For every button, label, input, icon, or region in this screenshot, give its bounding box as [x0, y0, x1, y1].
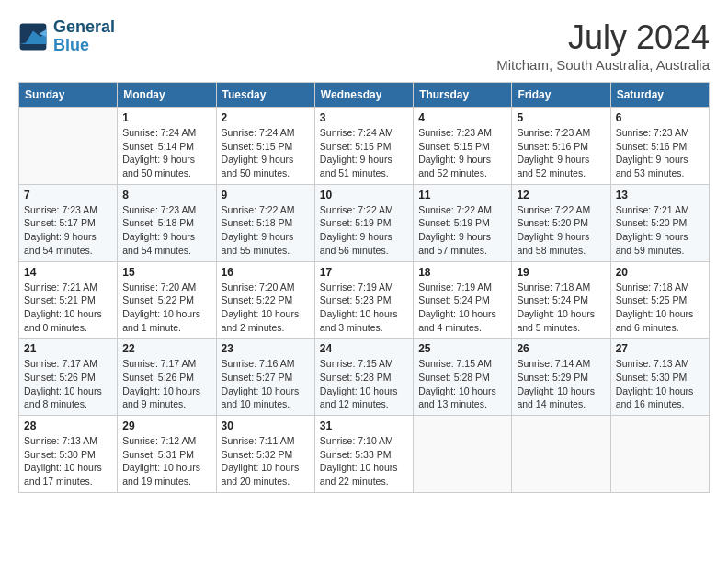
day-detail: Sunrise: 7:23 AMSunset: 5:18 PMDaylight:…: [122, 203, 210, 258]
day-detail: Sunrise: 7:11 AMSunset: 5:32 PMDaylight:…: [222, 434, 310, 488]
month-year: July 2024: [496, 18, 710, 57]
day-detail: Sunrise: 7:24 AMSunset: 5:15 PMDaylight:…: [320, 126, 408, 180]
day-detail: Sunrise: 7:15 AMSunset: 5:28 PMDaylight:…: [418, 357, 506, 411]
day-header-sunday: Sunday: [19, 83, 118, 108]
calendar-cell: [414, 416, 512, 493]
day-number: 8: [122, 189, 210, 201]
day-number: 18: [418, 266, 506, 279]
day-number: 17: [320, 266, 408, 279]
day-detail: Sunrise: 7:10 AMSunset: 5:33 PMDaylight:…: [320, 434, 408, 488]
day-number: 13: [616, 189, 704, 201]
calendar-cell: [19, 108, 118, 185]
day-number: 29: [122, 419, 210, 432]
calendar-cell: 5Sunrise: 7:23 AMSunset: 5:16 PMDaylight…: [512, 108, 610, 185]
day-detail: Sunrise: 7:16 AMSunset: 5:27 PMDaylight:…: [222, 357, 310, 411]
day-number: 26: [517, 342, 605, 355]
calendar-cell: 31Sunrise: 7:10 AMSunset: 5:33 PMDayligh…: [314, 416, 413, 493]
day-number: 1: [122, 111, 210, 124]
day-detail: Sunrise: 7:21 AMSunset: 5:21 PMDaylight:…: [24, 281, 112, 335]
calendar-cell: 28Sunrise: 7:13 AMSunset: 5:30 PMDayligh…: [19, 416, 118, 493]
calendar-cell: 1Sunrise: 7:24 AMSunset: 5:14 PMDaylight…: [118, 108, 216, 185]
logo-line1: General: [53, 18, 115, 37]
day-number: 21: [24, 342, 112, 355]
day-detail: Sunrise: 7:18 AMSunset: 5:25 PMDaylight:…: [616, 281, 704, 335]
day-number: 19: [517, 266, 605, 279]
calendar-cell: 6Sunrise: 7:23 AMSunset: 5:16 PMDaylight…: [610, 108, 709, 185]
day-header-thursday: Thursday: [414, 83, 512, 108]
day-header-wednesday: Wednesday: [314, 83, 413, 108]
calendar-cell: 21Sunrise: 7:17 AMSunset: 5:26 PMDayligh…: [19, 339, 118, 416]
calendar-cell: 29Sunrise: 7:12 AMSunset: 5:31 PMDayligh…: [118, 416, 216, 493]
calendar-week-row: 21Sunrise: 7:17 AMSunset: 5:26 PMDayligh…: [19, 339, 710, 416]
day-number: 15: [122, 266, 210, 279]
calendar-cell: 4Sunrise: 7:23 AMSunset: 5:15 PMDaylight…: [414, 108, 512, 185]
calendar-cell: 30Sunrise: 7:11 AMSunset: 5:32 PMDayligh…: [216, 416, 314, 493]
day-detail: Sunrise: 7:21 AMSunset: 5:20 PMDaylight:…: [616, 203, 704, 258]
day-number: 7: [24, 189, 112, 201]
calendar-cell: 27Sunrise: 7:13 AMSunset: 5:30 PMDayligh…: [610, 339, 709, 416]
day-detail: Sunrise: 7:18 AMSunset: 5:24 PMDaylight:…: [517, 281, 605, 335]
day-detail: Sunrise: 7:19 AMSunset: 5:24 PMDaylight:…: [418, 281, 506, 335]
page-header: General Blue July 2024 Mitcham, South Au…: [18, 18, 710, 73]
calendar-cell: 3Sunrise: 7:24 AMSunset: 5:15 PMDaylight…: [314, 108, 413, 185]
day-number: 28: [24, 419, 112, 432]
calendar-week-row: 1Sunrise: 7:24 AMSunset: 5:14 PMDaylight…: [19, 108, 710, 185]
title-block: July 2024 Mitcham, South Australia, Aust…: [496, 18, 710, 73]
calendar-cell: 22Sunrise: 7:17 AMSunset: 5:26 PMDayligh…: [118, 339, 216, 416]
day-number: 30: [222, 419, 310, 432]
day-header-monday: Monday: [118, 83, 216, 108]
day-number: 6: [616, 111, 704, 124]
logo-icon: [18, 22, 48, 52]
day-detail: Sunrise: 7:13 AMSunset: 5:30 PMDaylight:…: [616, 357, 704, 411]
calendar-cell: [610, 416, 709, 493]
day-detail: Sunrise: 7:24 AMSunset: 5:15 PMDaylight:…: [222, 126, 310, 180]
calendar-cell: 9Sunrise: 7:22 AMSunset: 5:18 PMDaylight…: [216, 184, 314, 261]
calendar-week-row: 14Sunrise: 7:21 AMSunset: 5:21 PMDayligh…: [19, 261, 710, 339]
day-header-saturday: Saturday: [610, 83, 709, 108]
day-detail: Sunrise: 7:14 AMSunset: 5:29 PMDaylight:…: [517, 357, 605, 411]
calendar-cell: 26Sunrise: 7:14 AMSunset: 5:29 PMDayligh…: [512, 339, 610, 416]
calendar-cell: 14Sunrise: 7:21 AMSunset: 5:21 PMDayligh…: [19, 261, 118, 339]
day-number: 31: [320, 419, 408, 432]
day-detail: Sunrise: 7:20 AMSunset: 5:22 PMDaylight:…: [222, 281, 310, 335]
calendar-week-row: 7Sunrise: 7:23 AMSunset: 5:17 PMDaylight…: [19, 184, 710, 261]
day-detail: Sunrise: 7:22 AMSunset: 5:19 PMDaylight:…: [418, 203, 506, 258]
calendar-cell: 18Sunrise: 7:19 AMSunset: 5:24 PMDayligh…: [414, 261, 512, 339]
day-detail: Sunrise: 7:19 AMSunset: 5:23 PMDaylight:…: [320, 281, 408, 335]
day-number: 22: [122, 342, 210, 355]
calendar-table: SundayMondayTuesdayWednesdayThursdayFrid…: [18, 82, 710, 493]
day-number: 11: [418, 189, 506, 201]
day-detail: Sunrise: 7:22 AMSunset: 5:19 PMDaylight:…: [320, 203, 408, 258]
calendar-cell: [512, 416, 610, 493]
calendar-cell: 13Sunrise: 7:21 AMSunset: 5:20 PMDayligh…: [610, 184, 709, 261]
day-detail: Sunrise: 7:20 AMSunset: 5:22 PMDaylight:…: [122, 281, 210, 335]
day-header-friday: Friday: [512, 83, 610, 108]
calendar-cell: 10Sunrise: 7:22 AMSunset: 5:19 PMDayligh…: [314, 184, 413, 261]
day-detail: Sunrise: 7:23 AMSunset: 5:16 PMDaylight:…: [517, 126, 605, 180]
day-header-tuesday: Tuesday: [216, 83, 314, 108]
calendar-cell: 17Sunrise: 7:19 AMSunset: 5:23 PMDayligh…: [314, 261, 413, 339]
calendar-cell: 16Sunrise: 7:20 AMSunset: 5:22 PMDayligh…: [216, 261, 314, 339]
day-detail: Sunrise: 7:24 AMSunset: 5:14 PMDaylight:…: [122, 126, 210, 180]
day-detail: Sunrise: 7:15 AMSunset: 5:28 PMDaylight:…: [320, 357, 408, 411]
logo-text: General Blue: [53, 18, 115, 55]
day-detail: Sunrise: 7:17 AMSunset: 5:26 PMDaylight:…: [24, 357, 112, 411]
day-number: 4: [418, 111, 506, 124]
calendar-cell: 24Sunrise: 7:15 AMSunset: 5:28 PMDayligh…: [314, 339, 413, 416]
day-detail: Sunrise: 7:12 AMSunset: 5:31 PMDaylight:…: [122, 434, 210, 488]
logo: General Blue: [18, 18, 115, 55]
day-number: 2: [222, 111, 310, 124]
logo-line2: Blue: [53, 37, 115, 55]
day-detail: Sunrise: 7:23 AMSunset: 5:15 PMDaylight:…: [418, 126, 506, 180]
day-number: 3: [320, 111, 408, 124]
calendar-cell: 2Sunrise: 7:24 AMSunset: 5:15 PMDaylight…: [216, 108, 314, 185]
day-number: 12: [517, 189, 605, 201]
day-number: 23: [222, 342, 310, 355]
day-number: 27: [616, 342, 704, 355]
day-number: 5: [517, 111, 605, 124]
calendar-cell: 25Sunrise: 7:15 AMSunset: 5:28 PMDayligh…: [414, 339, 512, 416]
day-detail: Sunrise: 7:13 AMSunset: 5:30 PMDaylight:…: [24, 434, 112, 488]
calendar-cell: 8Sunrise: 7:23 AMSunset: 5:18 PMDaylight…: [118, 184, 216, 261]
location: Mitcham, South Australia, Australia: [496, 57, 710, 73]
calendar-week-row: 28Sunrise: 7:13 AMSunset: 5:30 PMDayligh…: [19, 416, 710, 493]
